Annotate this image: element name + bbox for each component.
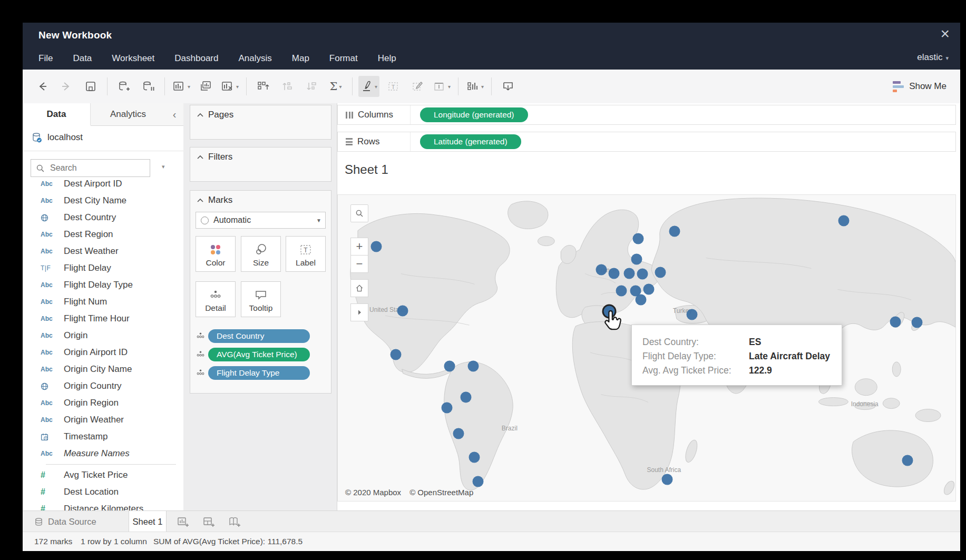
map-mark[interactable] (460, 392, 471, 403)
marks-pill[interactable]: Dest Country (208, 329, 310, 343)
map-search-button[interactable] (350, 204, 368, 222)
field-item[interactable]: AbcOrigin Airport ID (23, 344, 183, 361)
map-mark[interactable] (616, 286, 627, 297)
tab-sheet-1[interactable]: Sheet 1 (129, 511, 167, 532)
mapbox-attribution[interactable]: © 2020 Mapbox (345, 488, 401, 497)
color-button[interactable]: Color (196, 236, 236, 272)
map-mark[interactable] (890, 316, 901, 327)
map-options-button[interactable] (350, 303, 368, 321)
map-mark[interactable] (643, 283, 654, 294)
menu-item-file[interactable]: File (38, 53, 53, 64)
connection-row[interactable]: localhost (23, 125, 183, 151)
back-button[interactable] (32, 76, 53, 97)
menu-item-map[interactable]: Map (292, 53, 309, 64)
map-mark[interactable] (596, 264, 607, 276)
tab-data[interactable]: Data (23, 103, 91, 125)
map-mark[interactable] (655, 267, 666, 278)
field-item[interactable]: #Dest Location (23, 484, 183, 500)
map-mark[interactable] (397, 305, 408, 316)
field-item[interactable]: Origin Country (23, 378, 183, 395)
chevron-up-icon[interactable] (197, 198, 203, 202)
detail-button[interactable]: Detail (196, 281, 236, 317)
tab-analytics[interactable]: Analytics (91, 103, 165, 126)
new-story-tab-button[interactable] (228, 515, 241, 530)
rows-shelf[interactable]: Rows Latitude (generated) (337, 132, 956, 152)
map-mark[interactable] (469, 451, 480, 463)
pause-auto-updates-button[interactable] (138, 76, 159, 97)
zoom-out-button[interactable]: − (350, 255, 368, 273)
swap-rows-columns-button[interactable] (252, 76, 274, 97)
new-worksheet-tab-button[interactable] (177, 515, 189, 530)
field-item[interactable]: T|FFlight Delay (23, 260, 183, 277)
menu-item-worksheet[interactable]: Worksheet (112, 53, 154, 64)
collapse-pane-icon[interactable]: ‹ (165, 103, 183, 126)
borders-button[interactable]: ▾ (431, 76, 452, 97)
map-view[interactable]: United StatesBrazilFranceTurkeyAlgeriaIn… (337, 194, 956, 502)
totals-button[interactable]: Σ ▾ (325, 76, 346, 97)
field-item[interactable]: AbcDest Airport ID (23, 180, 183, 192)
field-item[interactable]: #Avg Ticket Price (23, 467, 183, 484)
map-mark[interactable] (473, 476, 484, 487)
field-item[interactable]: Timestamp (23, 428, 183, 445)
menu-item-help[interactable]: Help (378, 53, 396, 64)
save-button[interactable] (80, 76, 101, 97)
field-item[interactable]: AbcMeasure Names (23, 445, 183, 462)
cell-size-button[interactable]: ▾ (464, 76, 485, 97)
new-worksheet-button[interactable]: ▾ (171, 76, 192, 97)
label-button[interactable]: T Label (286, 236, 326, 272)
highlight-button[interactable]: ▾ (358, 76, 379, 97)
field-item[interactable]: AbcDest Region (23, 226, 183, 243)
map-mark[interactable] (686, 309, 697, 320)
mark-type-dropdown[interactable]: Automatic ▼ (196, 212, 326, 229)
new-datasource-button[interactable] (113, 76, 134, 97)
search-input[interactable] (31, 159, 150, 177)
map-mark[interactable] (902, 455, 913, 466)
map-mark[interactable] (838, 215, 849, 226)
map-mark[interactable] (912, 317, 923, 328)
map-mark[interactable] (608, 268, 619, 279)
close-icon[interactable]: × (940, 26, 950, 42)
map-mark[interactable] (453, 428, 464, 439)
map-mark[interactable] (442, 402, 453, 414)
new-dashboard-tab-button[interactable] (202, 515, 215, 530)
marks-pill[interactable]: AVG(Avg Ticket Price) (208, 348, 310, 361)
sort-ascending-button[interactable] (277, 76, 298, 97)
field-item[interactable]: AbcOrigin Weather (23, 411, 183, 428)
map-mark[interactable] (661, 474, 672, 485)
chevron-up-icon[interactable] (197, 155, 203, 159)
search-field[interactable] (49, 163, 141, 173)
map-mark[interactable] (467, 360, 479, 371)
tooltip-button[interactable]: Tooltip (241, 281, 281, 317)
duplicate-sheet-button[interactable] (195, 76, 216, 97)
columns-pill[interactable]: Longitude (generated) (420, 107, 528, 122)
show-me-button[interactable]: Show Me (893, 76, 947, 97)
map-mark[interactable] (632, 233, 643, 244)
format-button[interactable] (407, 76, 428, 97)
clear-sheet-button[interactable]: ▾ (219, 76, 240, 97)
map-mark[interactable] (444, 360, 455, 371)
show-mark-labels-button[interactable]: T (383, 76, 404, 97)
field-item[interactable]: AbcDest City Name (23, 192, 183, 209)
field-item[interactable]: Dest Country (23, 209, 183, 226)
search-options-icon[interactable]: ▾ (162, 163, 165, 170)
menu-item-format[interactable]: Format (329, 53, 358, 64)
rows-pill[interactable]: Latitude (generated) (420, 134, 521, 149)
forward-button[interactable] (56, 76, 77, 97)
chevron-up-icon[interactable] (197, 113, 203, 117)
osm-attribution[interactable]: © OpenStreetMap (409, 488, 473, 497)
zoom-in-button[interactable]: + (350, 238, 368, 256)
columns-shelf[interactable]: Columns Longitude (generated) (337, 105, 956, 125)
map-mark[interactable] (631, 254, 642, 265)
field-item[interactable]: AbcFlight Num (23, 293, 183, 310)
field-item[interactable]: AbcOrigin (23, 327, 183, 344)
account-menu[interactable]: elastic▾ (917, 52, 949, 63)
menu-item-analysis[interactable]: Analysis (238, 53, 271, 64)
menu-item-dashboard[interactable]: Dashboard (174, 53, 218, 64)
map-mark[interactable] (669, 225, 680, 237)
field-item[interactable]: #Distance Kilometers (23, 500, 183, 510)
field-item[interactable]: AbcOrigin City Name (23, 361, 183, 378)
marks-pill[interactable]: Flight Delay Type (208, 366, 310, 380)
field-item[interactable]: AbcOrigin Region (23, 395, 183, 411)
map-mark[interactable] (637, 269, 648, 280)
zoom-home-button[interactable] (350, 279, 368, 297)
